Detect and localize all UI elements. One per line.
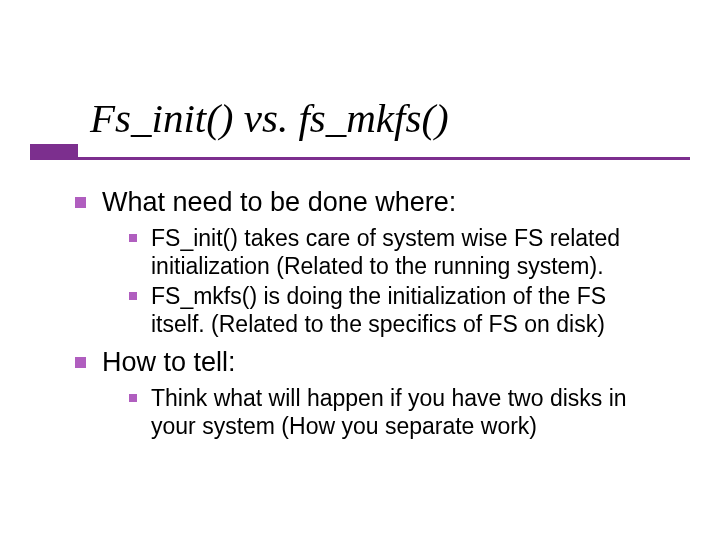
square-bullet-icon [129, 234, 137, 242]
slide-title: Fs_init() vs. fs_mkfs() [90, 96, 680, 141]
sub-bullets: Think what will happen if you have two d… [129, 384, 665, 440]
square-bullet-icon [75, 357, 86, 368]
sub-bullets: FS_init() takes care of system wise FS r… [129, 224, 665, 338]
bullet-text: FS_mkfs() is doing the initialization of… [151, 282, 665, 338]
bullet-level2: Think what will happen if you have two d… [129, 384, 665, 440]
square-bullet-icon [129, 292, 137, 300]
square-bullet-icon [129, 394, 137, 402]
bullet-level1: How to tell: [75, 346, 665, 380]
bullet-level2: FS_mkfs() is doing the initialization of… [129, 282, 665, 338]
bullet-level1: What need to be done where: [75, 186, 665, 220]
bullet-text: FS_init() takes care of system wise FS r… [151, 224, 665, 280]
slide-body: What need to be done where: FS_init() ta… [75, 180, 665, 448]
title-underline [30, 157, 690, 160]
bullet-level2: FS_init() takes care of system wise FS r… [129, 224, 665, 280]
bullet-text: Think what will happen if you have two d… [151, 384, 665, 440]
square-bullet-icon [75, 197, 86, 208]
slide: Fs_init() vs. fs_mkfs() What need to be … [0, 0, 720, 540]
bullet-text: What need to be done where: [102, 186, 456, 220]
bullet-text: How to tell: [102, 346, 236, 380]
